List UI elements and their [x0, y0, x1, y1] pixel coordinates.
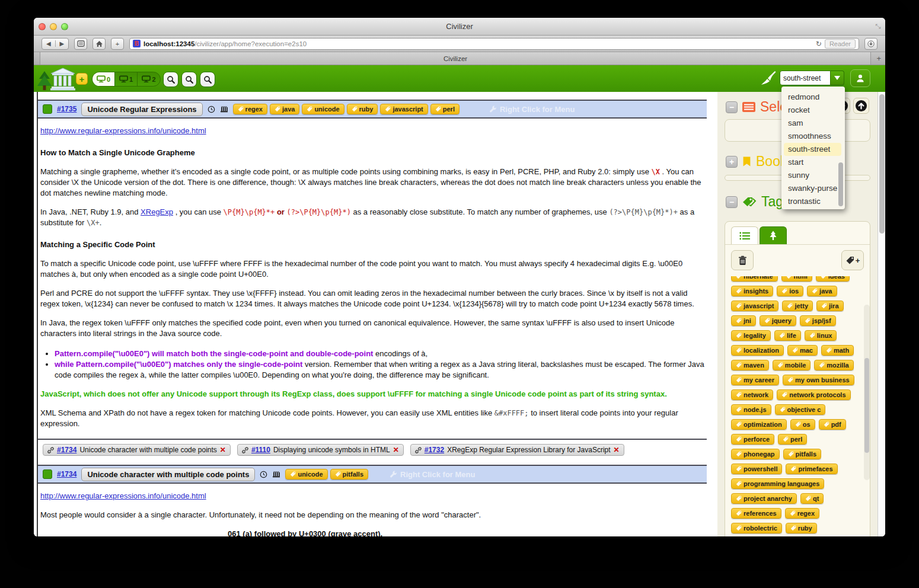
downloads-button[interactable] [864, 38, 877, 50]
theme-option[interactable]: redmond [781, 91, 845, 104]
tag-chip[interactable]: perforce [731, 434, 774, 445]
panel-button-1[interactable]: 1 [115, 72, 138, 86]
fragment-id-link[interactable]: #1735 [57, 105, 76, 113]
reading-list-button[interactable] [74, 38, 87, 50]
tag-chip[interactable]: programming languages [731, 478, 824, 489]
related-fragment-chip[interactable]: #1734Unicode character with multiple cod… [43, 444, 231, 456]
tag-chip[interactable]: node.js [731, 404, 771, 415]
tag-chip[interactable]: math [821, 345, 854, 356]
tag-chip[interactable]: pitfalls [783, 449, 821, 459]
dropdown-scrollbar-thumb[interactable] [838, 162, 843, 206]
tag-chip[interactable]: ruby [786, 523, 817, 533]
theme-option[interactable]: start [781, 156, 845, 169]
tab-civilizer[interactable]: Civilizer [40, 52, 871, 65]
tag-chip[interactable]: hibernate [731, 276, 778, 282]
reader-button[interactable]: Reader [825, 39, 856, 49]
new-tab-plus-icon[interactable]: + [876, 54, 881, 63]
related-id-link[interactable]: #1734 [57, 446, 76, 454]
tags-scrollbar[interactable] [864, 305, 870, 480]
add-fragment-button[interactable]: + [76, 73, 88, 85]
search-button-3[interactable] [200, 72, 215, 87]
tag-chip[interactable]: my own business [783, 375, 854, 385]
tag-chip[interactable]: regex [785, 508, 819, 519]
related-fragment-chip[interactable]: #1732XRegExp Regular Expression Library … [410, 444, 624, 456]
tags-scrollbar-thumb[interactable] [864, 358, 869, 453]
tag-chip[interactable]: unicode [285, 469, 327, 480]
tag-chip[interactable]: html [781, 276, 812, 282]
fragment-checkbox[interactable] [43, 104, 52, 114]
close-window-button[interactable] [39, 23, 46, 30]
tag-chip[interactable]: mac [787, 345, 818, 356]
tag-chip[interactable]: maven [731, 360, 769, 370]
fragment-header[interactable]: #1734 Unicode character with multiple co… [38, 465, 707, 484]
theme-input[interactable]: south-street [780, 71, 831, 85]
new-tab-button[interactable]: + [111, 38, 124, 50]
tag-chip[interactable]: network protocols [777, 389, 850, 400]
tag-chip[interactable]: network [731, 389, 773, 400]
tag-chip[interactable]: perl [430, 104, 460, 114]
fragment-checkbox[interactable] [43, 469, 52, 479]
tag-chip[interactable]: project anarchy [731, 493, 797, 504]
tag-chip[interactable]: regex [233, 104, 267, 114]
tag-chip[interactable]: jni [731, 315, 756, 326]
tag-chip[interactable]: os [790, 419, 815, 430]
delete-tag-button[interactable] [731, 250, 754, 270]
add-tag-button[interactable]: + [841, 250, 864, 270]
address-bar[interactable]: B localhost:12345/civilizer/app/home?exe… [129, 38, 859, 50]
inline-link[interactable]: XRegExp [141, 207, 173, 216]
theme-option[interactable]: rocket [781, 104, 845, 117]
tag-chip[interactable]: ios [777, 286, 803, 296]
tag-chip[interactable]: objective c [775, 404, 826, 415]
theme-option[interactable]: sam [781, 117, 845, 130]
page-scrollbar[interactable] [877, 92, 885, 536]
tag-chip[interactable]: ideas [816, 276, 850, 282]
home-button[interactable] [92, 38, 106, 50]
tag-chip[interactable]: ruby [347, 104, 378, 114]
fragment-title[interactable]: Unicode Regular Expressions [81, 103, 202, 116]
tag-chip[interactable]: primefaces [786, 464, 837, 474]
theme-option[interactable]: smoothness [781, 130, 845, 143]
fragment-title[interactable]: Unicode character with multiple code poi… [81, 468, 255, 481]
reload-icon[interactable]: ↻ [816, 40, 822, 48]
tag-chip[interactable]: powershell [731, 464, 782, 474]
resize-icon[interactable]: ⤡ [875, 23, 880, 30]
related-id-link[interactable]: #1732 [425, 446, 444, 454]
theme-option[interactable]: swanky-purse [781, 182, 845, 195]
back-forward-buttons[interactable]: ◀▶ [42, 38, 69, 50]
tag-chip[interactable]: insights [731, 286, 773, 296]
theme-option[interactable]: south-street [784, 143, 841, 156]
remove-relation-icon[interactable]: ✕ [614, 446, 620, 454]
move-up-button[interactable] [853, 98, 869, 114]
tag-chip[interactable]: life [774, 330, 801, 341]
tag-chip[interactable]: jsp/jsf [800, 315, 836, 326]
tag-chip[interactable]: javascript [380, 104, 427, 114]
tag-chip[interactable]: localization [731, 345, 784, 356]
tag-chip[interactable]: jetty [782, 301, 813, 311]
tag-chip[interactable]: java [270, 104, 299, 114]
tag-chip[interactable]: jquery [760, 315, 796, 326]
tag-chip[interactable]: phonegap [731, 449, 780, 459]
zoom-window-button[interactable] [61, 23, 68, 30]
tag-chip[interactable]: mobile [773, 360, 810, 370]
theme-option[interactable]: sunny [781, 169, 845, 182]
tag-chip[interactable]: jira [816, 301, 844, 311]
remove-relation-icon[interactable]: ✕ [393, 446, 399, 454]
back-icon[interactable]: ◀ [42, 40, 56, 47]
tag-chip[interactable]: perl [778, 434, 807, 445]
tab-tag-list[interactable] [731, 226, 758, 244]
tag-chip[interactable]: unicode [302, 104, 344, 114]
tag-chip[interactable]: references [731, 508, 781, 519]
tag-chip[interactable]: java [807, 286, 837, 296]
tag-chip[interactable]: optimization [731, 419, 787, 430]
collapse-tags-button[interactable]: − [726, 196, 738, 208]
fragment-id-link[interactable]: #1734 [57, 470, 76, 478]
theme-option[interactable]: trontastic [781, 195, 845, 208]
search-button-2[interactable] [181, 72, 197, 87]
minimize-window-button[interactable] [50, 23, 57, 30]
remove-relation-icon[interactable]: ✕ [220, 446, 226, 454]
related-id-link[interactable]: #1110 [251, 446, 270, 454]
fragment-header[interactable]: #1735 Unicode Regular Expressions regexj… [38, 100, 707, 119]
url-text[interactable]: localhost:12345/civilizer/app/home?execu… [143, 40, 813, 47]
tag-chip[interactable]: robolectric [731, 523, 782, 533]
tag-chip[interactable]: pdf [819, 419, 846, 430]
